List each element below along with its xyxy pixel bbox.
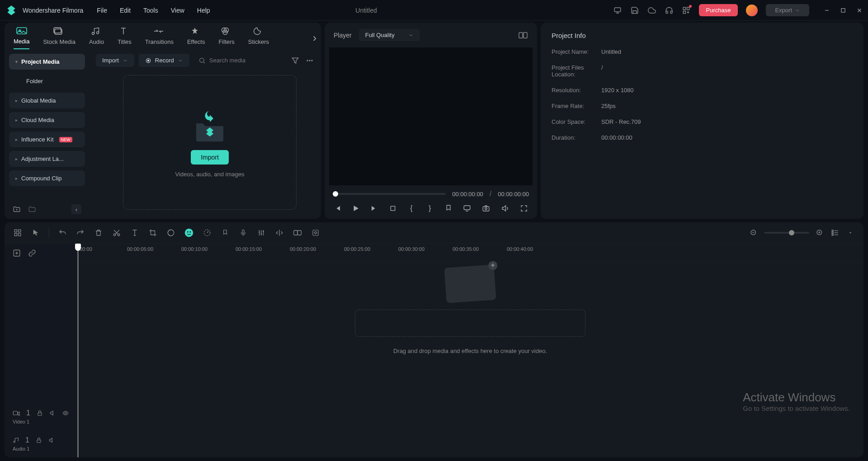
drop-hint-box [355,310,585,337]
zoom-out-icon[interactable] [749,229,759,237]
undo-icon[interactable] [57,229,67,237]
window-controls [823,6,863,14]
keyframe-icon[interactable] [311,229,321,237]
link-icon[interactable] [28,249,36,257]
filter-icon[interactable] [290,56,300,65]
search-input[interactable] [209,57,286,64]
cut-icon[interactable] [112,229,122,237]
import-button[interactable]: Import [191,150,229,165]
marker-dropdown-icon[interactable] [443,204,453,212]
speed-icon[interactable] [202,229,212,237]
media-dropzone[interactable]: Import Videos, audio, and images [123,75,297,210]
mark-out-icon[interactable]: } [425,204,434,212]
voiceover-icon[interactable] [238,228,248,237]
visibility-icon[interactable] [62,410,69,416]
player-canvas[interactable] [329,47,533,185]
zoom-in-icon[interactable] [815,229,825,237]
monitor-icon[interactable] [613,6,622,15]
tracks-area[interactable]: 00:00 00:00:05:00 00:00:10:00 00:00:15:0… [77,244,863,457]
sidebar-cloud-media[interactable]: ▸Cloud Media [9,112,85,128]
mark-in-icon[interactable]: { [406,204,416,212]
caret-right-icon: ▸ [15,137,18,142]
sidebar-compound-clip[interactable]: ▸Compound Clip [9,170,85,186]
prev-frame-icon[interactable] [333,204,342,212]
fullscreen-icon[interactable] [519,204,529,212]
mixer-icon[interactable] [256,229,266,237]
cloud-icon[interactable] [647,6,656,15]
tabs-next-icon[interactable]: › [313,32,316,44]
menu-file[interactable]: File [97,7,107,14]
export-button[interactable]: Export [766,4,809,16]
collapse-sidebar-button[interactable]: ‹ [71,204,81,214]
stop-icon[interactable] [388,205,398,212]
tab-media[interactable]: Media [14,26,29,49]
more-icon[interactable] [305,56,315,65]
tab-effects[interactable]: Effects [187,27,205,49]
marker-icon[interactable] [220,229,230,237]
progress-thumb[interactable] [333,191,338,197]
tab-titles[interactable]: Titles [118,27,132,49]
lock-icon[interactable] [36,437,42,443]
headphones-icon[interactable] [665,6,674,15]
close-icon[interactable] [855,6,863,14]
menu-tools[interactable]: Tools [143,7,158,14]
progress-track[interactable] [333,193,446,195]
sidebar-influence-kit[interactable]: ▸Influence KitNEW [9,132,85,147]
minimize-icon[interactable] [823,6,831,14]
add-track-icon[interactable] [13,249,21,257]
import-dropdown[interactable]: Import [96,54,134,67]
split-icon[interactable] [274,229,284,237]
display-icon[interactable] [462,204,472,212]
quality-select[interactable]: Full Quality [359,29,420,41]
svg-rect-32 [14,234,17,236]
tab-transitions[interactable]: Transitions [145,27,174,49]
apps-icon[interactable] [682,6,691,15]
user-avatar[interactable] [746,5,758,16]
tab-stock-media[interactable]: Stock Media [43,27,75,49]
zoom-thumb[interactable] [789,230,794,235]
volume-icon[interactable] [500,204,510,212]
svg-point-18 [147,59,150,61]
menu-view[interactable]: View [171,7,184,14]
sidebar-label: Compound Clip [21,175,62,182]
crop-icon[interactable] [148,229,158,237]
text-icon[interactable] [130,229,140,237]
snapshot-icon[interactable] [481,204,491,212]
tab-media-label: Media [14,38,29,45]
mute-icon[interactable] [49,410,56,416]
tab-filters[interactable]: Filters [218,27,234,49]
tab-audio[interactable]: Audio [89,27,104,49]
playhead[interactable] [78,244,78,457]
folder-illustration [187,108,232,144]
grid-icon[interactable] [13,229,23,237]
play-icon[interactable] [351,204,361,212]
mute-icon[interactable] [48,437,55,443]
save-icon[interactable] [630,6,639,15]
timeline-view-icon[interactable] [830,229,840,237]
sidebar-adjustment-layer[interactable]: ▸Adjustment La... [9,151,85,167]
purchase-button[interactable]: Purchase [699,4,738,16]
sidebar-folder[interactable]: Folder [9,73,85,89]
maximize-icon[interactable] [839,6,847,14]
tab-stickers[interactable]: Stickers [248,27,269,49]
color-icon[interactable] [166,229,176,237]
redo-icon[interactable] [75,229,85,237]
sidebar-global-media[interactable]: ▸Global Media [9,93,85,108]
cursor-icon[interactable] [31,229,41,237]
record-dropdown[interactable]: Record [139,54,189,67]
delete-icon[interactable] [94,229,104,237]
lock-icon[interactable] [37,410,43,416]
compare-icon[interactable] [518,31,528,39]
tab-filters-label: Filters [218,38,234,45]
next-frame-icon[interactable] [370,204,379,212]
menu-help[interactable]: Help [197,7,210,14]
timeline-options-icon[interactable] [845,230,855,235]
new-folder-icon[interactable] [13,205,21,213]
folder-icon[interactable] [28,205,36,213]
sidebar-project-media[interactable]: ▾Project Media [9,54,85,70]
zoom-slider[interactable] [764,232,809,234]
menu-edit[interactable]: Edit [120,7,131,14]
group-icon[interactable] [292,229,302,237]
ai-icon[interactable] [184,228,194,238]
timeline-ruler[interactable]: 00:00 00:00:05:00 00:00:10:00 00:00:15:0… [77,244,863,263]
